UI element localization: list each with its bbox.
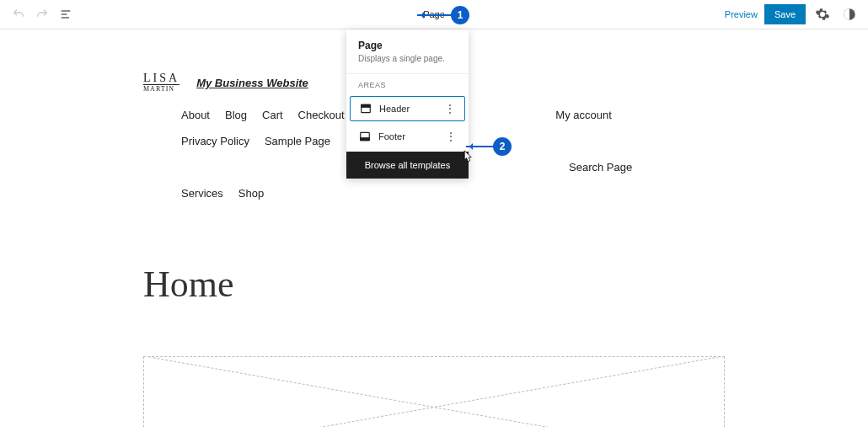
nav-item[interactable]: Privacy Policy [181,135,249,147]
svg-rect-7 [361,138,370,141]
nav-item[interactable]: Checkout [298,109,345,121]
nav-item[interactable]: Shop [238,187,264,200]
settings-icon[interactable] [812,4,833,24]
page-title[interactable]: Home [143,263,725,306]
nav-item[interactable]: Blog [225,109,247,121]
annotation-2: 2 [466,137,512,156]
save-button[interactable]: Save [764,4,806,24]
undo-icon[interactable] [8,4,29,24]
dropdown-item-header[interactable]: Header ⋮ [350,96,465,121]
nav-item[interactable]: Cart [262,109,283,121]
nav-item[interactable]: About [181,109,210,121]
nav-item[interactable]: Sample Page [265,135,330,147]
site-title[interactable]: My Business Website [196,77,308,89]
annotation-arrow-icon [466,146,493,147]
template-dropdown: Page Displays a single page. AREAS Heade… [346,29,469,179]
redo-icon[interactable] [32,4,52,24]
header-area-icon [359,102,372,115]
nav-item[interactable]: My account [555,109,611,121]
annotation-badge: 2 [493,137,512,156]
dropdown-item-label: Footer [378,131,405,141]
nav-item[interactable]: Search Page [569,161,632,173]
toolbar-right: Preview Save [725,4,860,24]
site-logo[interactable]: LISA MARTIN [143,72,179,93]
browse-all-templates[interactable]: Browse all templates [346,152,469,179]
more-icon[interactable]: ⋮ [445,130,457,143]
list-view-icon[interactable] [56,4,76,24]
dropdown-item-footer[interactable]: Footer ⋮ [350,125,465,148]
nav-item[interactable]: Services [181,187,223,200]
dropdown-description: Displays a single page. [358,54,457,63]
logo-first: LISA [143,72,179,84]
svg-rect-5 [362,104,371,107]
annotation-badge: 1 [451,6,469,24]
toolbar-left [8,4,76,24]
annotation-1: 1 [417,6,469,24]
logo-last: MARTIN [143,84,179,93]
dropdown-item-label: Header [379,104,410,114]
block-placeholder[interactable] [143,356,725,427]
dropdown-title: Page [358,40,457,51]
styles-icon[interactable] [839,4,860,24]
dropdown-header: Page Displays a single page. [346,29,469,74]
dropdown-section-label: AREAS [346,74,469,93]
footer-area-icon [358,130,372,143]
annotation-arrow-icon [417,14,451,16]
preview-link[interactable]: Preview [725,9,758,19]
more-icon[interactable]: ⋮ [444,102,456,115]
